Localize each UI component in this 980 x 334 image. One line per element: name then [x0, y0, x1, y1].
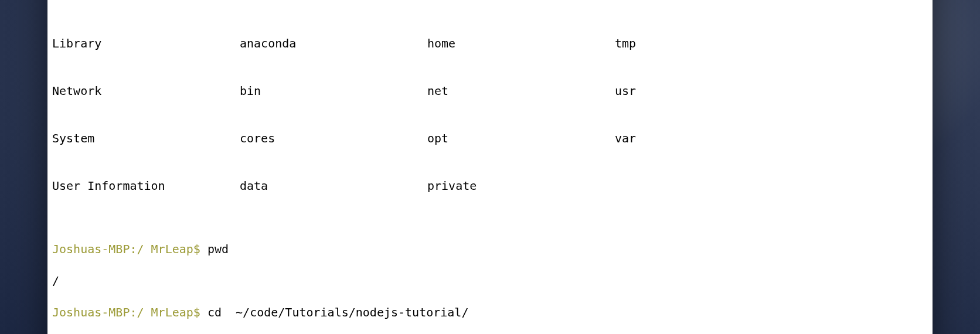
- command-text: cd ~/code/Tutorials/nodejs-tutorial/: [200, 305, 469, 319]
- ls-item: sbin: [615, 0, 802, 4]
- terminal-body[interactable]: Joshuas-MBP:nodejs-tutorial MrLeap$ cd /…: [47, 0, 933, 334]
- command-text: pwd: [200, 242, 229, 256]
- ls-item: User Information: [52, 178, 240, 194]
- ls-item: data: [240, 178, 427, 194]
- ls-item: DevTools: [52, 0, 240, 4]
- terminal-line: Joshuas-MBP:/ MrLeap$ cd ~/code/Tutorial…: [52, 305, 928, 321]
- ls-col: Applications DevTools Library Network Sy…: [52, 0, 240, 226]
- ls-item: cores: [240, 131, 427, 146]
- ls-col: Users Volumes anaconda bin cores data: [240, 0, 427, 226]
- ls-item: Volumes: [240, 0, 427, 4]
- ls-item: tmp: [615, 36, 802, 52]
- ls-item: var: [615, 131, 802, 146]
- ls-col: recovery-backup sbin tmp usr var: [615, 0, 802, 226]
- pwd-output: /: [52, 273, 928, 289]
- ls-item: bin: [240, 83, 427, 99]
- terminal-window: nodejs-tutorial — bash — 115×17 Joshuas-…: [47, 0, 933, 334]
- ls-item: Library: [52, 36, 240, 52]
- prompt: Joshuas-MBP:/ MrLeap$: [52, 242, 200, 256]
- ls-item: private: [427, 178, 615, 194]
- prompt: Joshuas-MBP:/ MrLeap$: [52, 305, 200, 319]
- ls-item: Network: [52, 83, 240, 99]
- ls-col: dev etc home net opt private: [427, 0, 615, 226]
- ls-item: usr: [615, 83, 802, 99]
- ls-item: etc: [427, 0, 615, 4]
- ls-item: net: [427, 83, 615, 99]
- ls-item: home: [427, 36, 615, 52]
- ls-item: System: [52, 131, 240, 146]
- ls-item: anaconda: [240, 36, 427, 52]
- terminal-line: Joshuas-MBP:/ MrLeap$ pwd: [52, 241, 928, 257]
- ls-output: Applications DevTools Library Network Sy…: [52, 0, 928, 226]
- ls-item: opt: [427, 131, 615, 146]
